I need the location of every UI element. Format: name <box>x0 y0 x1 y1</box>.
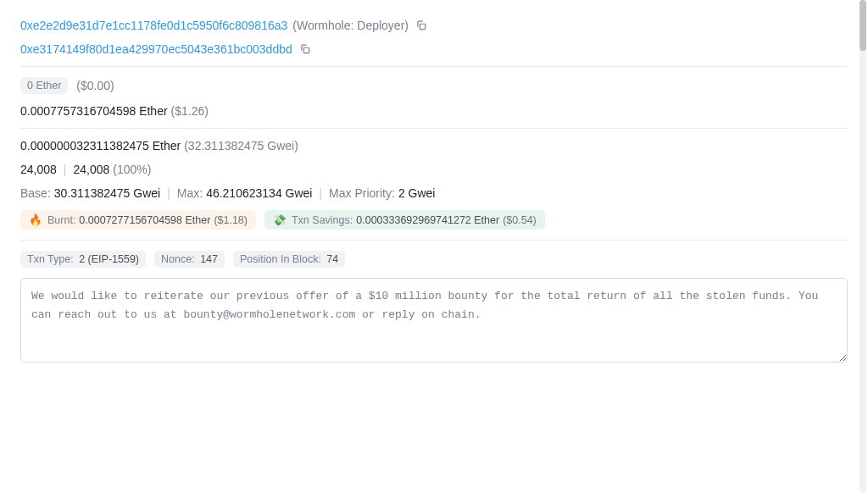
savings-icon: 💸 <box>273 213 287 226</box>
txn-type-pill: Txn Type: 2 (EIP-1559) <box>20 251 146 268</box>
burnt-label: Burnt: <box>47 214 75 226</box>
position-value: 74 <box>326 253 338 265</box>
gas-usage-row: 24,008 | 24,008 (100%) <box>20 163 848 176</box>
max-priority-value: 2 Gwei <box>398 186 436 200</box>
burnt-eth: 0.0007277156704598 Ether <box>79 214 210 226</box>
fire-icon: 🔥 <box>29 213 42 226</box>
input-data-wrapper <box>20 278 848 365</box>
burnt-savings-row: 🔥 Burnt: 0.0007277156704598 Ether ($1.18… <box>20 210 848 230</box>
gas-price-eth: 0.000000032311382475 Ether <box>20 139 181 152</box>
savings-badge: 💸 Txn Savings: 0.000333692969741272 Ethe… <box>264 210 545 230</box>
from-address-link[interactable]: 0xe2e2d9e31d7e1cc1178fe0d1c5950f6c809816… <box>20 19 287 32</box>
meta-section: Txn Type: 2 (EIP-1559) Nonce: 147 Positi… <box>20 241 848 375</box>
txn-fee-eth: 0.0007757316704598 Ether <box>20 104 168 118</box>
nonce-pill: Nonce: 147 <box>154 251 225 268</box>
burnt-badge: 🔥 Burnt: 0.0007277156704598 Ether ($1.18… <box>20 210 256 230</box>
gas-pct: (100%) <box>113 163 151 176</box>
transaction-details: 0xe2e2d9e31d7e1cc1178fe0d1c5950f6c809816… <box>0 8 868 375</box>
txn-type-label: Txn Type: <box>27 253 74 265</box>
scrollbar-thumb[interactable] <box>860 0 866 51</box>
input-data-textarea[interactable] <box>20 278 848 363</box>
gas-price-row: 0.000000032311382475 Ether (32.311382475… <box>20 139 848 152</box>
savings-label: Txn Savings: <box>292 214 353 226</box>
txn-type-value: 2 (EIP-1559) <box>79 253 139 265</box>
from-row: 0xe2e2d9e31d7e1cc1178fe0d1c5950f6c809816… <box>20 19 848 32</box>
addresses-section: 0xe2e2d9e31d7e1cc1178fe0d1c5950f6c809816… <box>20 8 848 67</box>
from-address-label: (Wormhole: Deployer) <box>292 19 409 32</box>
gas-limit: 24,008 <box>20 163 57 176</box>
fee-breakdown-row: Base: 30.311382475 Gwei | Max: 46.210623… <box>20 186 848 200</box>
svg-rect-1 <box>303 47 309 53</box>
position-pill: Position In Block: 74 <box>233 251 345 268</box>
max-value: 46.210623134 Gwei <box>206 186 312 200</box>
to-row: 0xe3174149f80d1ea429970ec5043e361bc003dd… <box>20 42 848 56</box>
base-label: Base: <box>20 186 51 200</box>
base-value: 30.311382475 Gwei <box>54 186 160 200</box>
divider: | <box>319 186 322 200</box>
nonce-label: Nonce: <box>161 253 195 265</box>
value-pill: 0 Ether <box>20 77 68 94</box>
gas-used: 24,008 <box>73 163 109 176</box>
value-row: 0 Ether ($0.00) <box>20 77 848 94</box>
to-address-link[interactable]: 0xe3174149f80d1ea429970ec5043e361bc003dd… <box>20 42 292 56</box>
meta-pills-row: Txn Type: 2 (EIP-1559) Nonce: 147 Positi… <box>20 251 848 268</box>
copy-icon[interactable] <box>299 43 311 55</box>
burnt-usd: ($1.18) <box>214 214 248 226</box>
txn-fee-row: 0.0007757316704598 Ether ($1.26) <box>20 104 848 118</box>
position-label: Position In Block: <box>240 253 321 265</box>
max-priority-label: Max Priority: <box>329 186 395 200</box>
svg-rect-0 <box>420 24 425 29</box>
gas-price-gwei: (32.311382475 Gwei) <box>184 139 298 152</box>
value-fee-section: 0 Ether ($0.00) 0.0007757316704598 Ether… <box>20 67 848 129</box>
txn-fee-usd: ($1.26) <box>171 104 209 118</box>
savings-eth: 0.000333692969741272 Ether <box>356 214 499 226</box>
scrollbar[interactable] <box>860 0 866 384</box>
divider: | <box>167 186 170 200</box>
gas-section: 0.000000032311382475 Ether (32.311382475… <box>20 129 848 241</box>
value-usd: ($0.00) <box>76 79 114 92</box>
savings-usd: ($0.54) <box>503 214 537 226</box>
max-label: Max: <box>177 186 203 200</box>
nonce-value: 147 <box>200 253 218 265</box>
divider: | <box>64 163 67 176</box>
copy-icon[interactable] <box>415 19 427 31</box>
